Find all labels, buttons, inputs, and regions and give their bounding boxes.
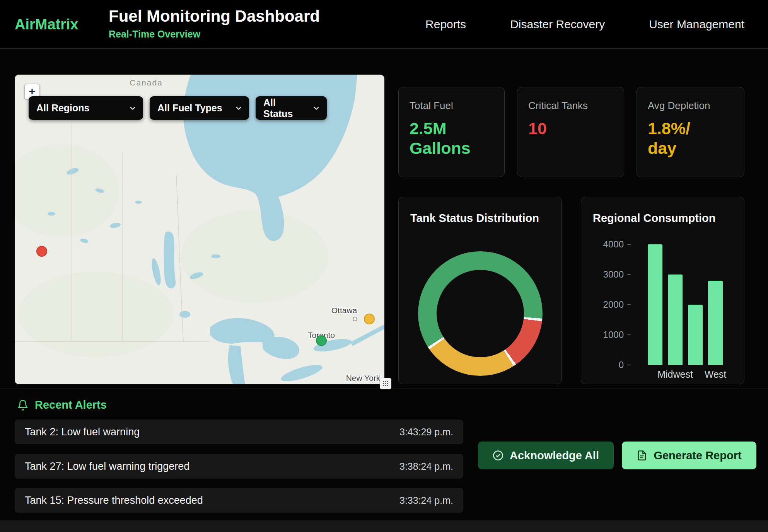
critical-tanks-card: Critical Tanks 10 [517, 87, 624, 177]
ottawa-city-dot [353, 317, 357, 321]
page-title-block: Fuel Monitoring Dashboard Real-Time Over… [109, 7, 320, 40]
donut-hole [437, 270, 524, 357]
stat-label: Critical Tanks [528, 100, 613, 112]
acknowledge-all-label: Acknowledge All [510, 449, 599, 462]
y-tick-mark [627, 365, 631, 365]
bottom-strip [0, 520, 768, 532]
warning-tank-marker[interactable] [364, 314, 374, 324]
consumption-bar [648, 244, 662, 365]
page-title: Fuel Monitoring Dashboard [109, 7, 320, 26]
alert-message: Tank 15: Pressure threshold exceeded [25, 494, 203, 506]
y-tick-mark [627, 334, 631, 335]
y-tick-label: 3000 [594, 269, 624, 280]
country-label: Canada [130, 78, 163, 87]
fuel-monitoring-dashboard: AirMatrix Fuel Monitoring Dashboard Real… [0, 0, 768, 532]
check-circle-icon [493, 450, 503, 461]
acknowledge-all-button[interactable]: Acknowledge All [478, 442, 614, 469]
regional-bar-plot: 01000200030004000MidwestWest [581, 197, 744, 384]
avg-depletion-card: Avg Depletion 1.8%/ day [637, 87, 744, 177]
stat-value: 10 [528, 119, 602, 138]
stat-label: Total Fuel [410, 100, 493, 112]
consumption-bar [708, 281, 723, 365]
nav-user-management[interactable]: User Management [649, 18, 744, 31]
alerts-header: Recent Alerts [17, 399, 107, 411]
stat-label: Avg Depletion [648, 100, 733, 112]
x-category-label: Midwest [657, 369, 693, 380]
y-tick-mark [627, 304, 631, 305]
stat-value: 1.8%/ day [648, 119, 721, 158]
tank-status-donut [418, 251, 543, 376]
nav-disaster-recovery[interactable]: Disaster Recovery [510, 18, 605, 31]
page-subtitle: Real-Time Overview [109, 29, 320, 40]
regional-consumption-card: Regional Consumption 01000200030004000Mi… [581, 197, 744, 384]
document-icon [637, 450, 647, 461]
main-nav: Reports Disaster Recovery User Managemen… [425, 0, 744, 48]
chart-title: Tank Status Distribution [410, 212, 539, 225]
alert-row[interactable]: Tank 15: Pressure threshold exceeded 3:3… [15, 488, 463, 513]
normal-tank-marker[interactable] [316, 336, 326, 346]
region-filter-dropdown[interactable]: All Regions [29, 96, 143, 120]
stat-value: 2.5M Gallons [410, 119, 483, 158]
alert-timestamp: 3:33:24 p.m. [399, 495, 453, 506]
critical-tank-marker[interactable] [37, 246, 47, 256]
app-logo: AirMatrix [15, 16, 79, 33]
status-filter-value: All Status [263, 97, 307, 119]
ottawa-label: Ottawa [331, 306, 357, 315]
chevron-down-icon [128, 104, 137, 113]
y-tick-label: 4000 [594, 239, 624, 250]
alert-message: Tank 2: Low fuel warning [25, 426, 140, 438]
fuel-type-filter-value: All Fuel Types [157, 102, 222, 114]
recent-alerts-panel: Recent Alerts Tank 2: Low fuel warning 3… [0, 388, 768, 520]
y-tick-mark [627, 244, 631, 245]
generate-report-label: Generate Report [654, 449, 741, 462]
app-header: AirMatrix Fuel Monitoring Dashboard Real… [0, 0, 768, 49]
tank-status-distribution-card: Tank Status Distribution [398, 197, 562, 384]
map-canvas[interactable]: Canada Ottawa Toronto New York [15, 75, 384, 384]
alert-message: Tank 27: Low fuel warning triggered [25, 460, 189, 472]
total-fuel-card: Total Fuel 2.5M Gallons [398, 87, 505, 177]
x-category-label: West [705, 369, 727, 380]
bell-icon [17, 399, 29, 411]
alert-row[interactable]: Tank 2: Low fuel warning 3:43:29 p.m. [15, 419, 463, 444]
new-york-label: New York [346, 373, 381, 382]
y-tick-label: 0 [594, 360, 624, 370]
alert-timestamp: 3:38:24 p.m. [399, 461, 453, 472]
generate-report-button[interactable]: Generate Report [622, 442, 756, 469]
y-tick-label: 1000 [594, 329, 624, 340]
drag-handle-icon [382, 380, 389, 387]
alerts-title: Recent Alerts [35, 399, 107, 411]
y-tick-label: 2000 [594, 299, 624, 310]
chevron-down-icon [234, 104, 243, 113]
region-filter-value: All Regions [36, 102, 90, 114]
status-filter-dropdown[interactable]: All Status [256, 96, 327, 120]
consumption-bar [688, 305, 703, 365]
consumption-bar [668, 275, 683, 365]
chevron-down-icon [312, 104, 321, 113]
map-panel[interactable]: Canada Ottawa Toronto New York + All Reg… [15, 75, 384, 384]
map-filter-row: All Regions All Fuel Types All Status [29, 96, 327, 120]
alert-row[interactable]: Tank 27: Low fuel warning triggered 3:38… [15, 454, 463, 479]
drag-handle[interactable] [380, 378, 391, 389]
nav-reports[interactable]: Reports [425, 18, 466, 31]
y-tick-mark [627, 274, 631, 275]
fuel-type-filter-dropdown[interactable]: All Fuel Types [150, 96, 249, 120]
alert-timestamp: 3:43:29 p.m. [399, 426, 453, 438]
